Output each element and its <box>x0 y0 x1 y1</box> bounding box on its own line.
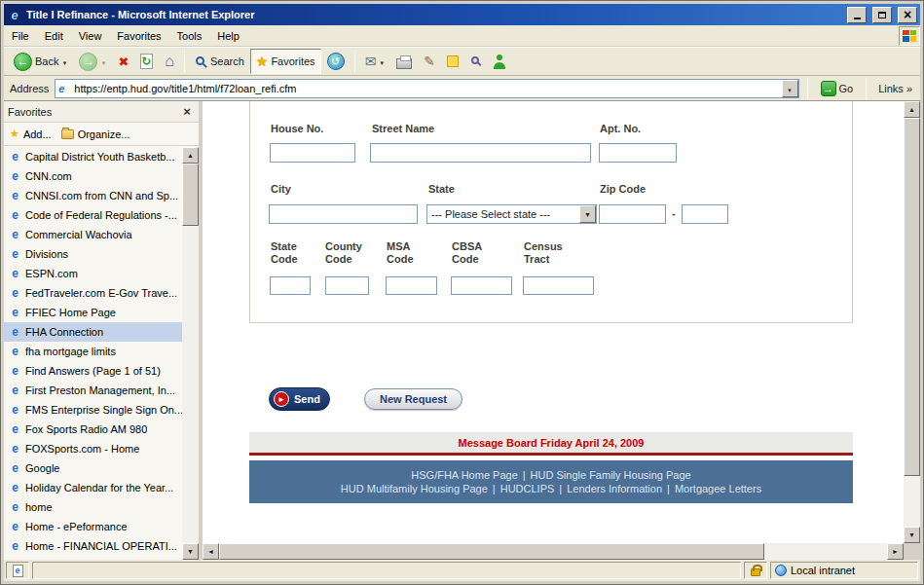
favorites-item[interactable]: FHA Connection <box>4 322 182 342</box>
footer-link[interactable]: HSG/FHA Home Page <box>411 469 517 481</box>
scroll-up-button[interactable]: ▲ <box>904 101 920 118</box>
favorites-item[interactable]: Home - FINANCIAL OPERATI... <box>4 536 182 556</box>
scroll-right-button[interactable]: ► <box>887 543 904 560</box>
zip-separator: - <box>672 207 676 219</box>
go-button[interactable]: Go <box>816 79 859 98</box>
favorites-close-button[interactable] <box>179 105 195 119</box>
footer-row: HUD Multifamily Housing Page | HUDCLIPS … <box>341 483 761 494</box>
apt-no-input[interactable] <box>599 143 677 163</box>
logo-quadrant <box>903 36 909 42</box>
address-dropdown-button[interactable] <box>782 80 798 97</box>
msa-code-input[interactable] <box>386 276 437 295</box>
favorites-item[interactable]: FMS Enterprise Single Sign On... <box>4 400 182 420</box>
address-input[interactable] <box>72 81 781 96</box>
favorites-item[interactable]: Capital District Youth Basketb... <box>4 147 182 166</box>
research-button[interactable] <box>464 49 488 74</box>
ie-page-icon <box>9 345 21 358</box>
scrollbar-thumb[interactable] <box>182 164 199 226</box>
favorites-item[interactable]: FOXSports.com - Home <box>4 439 182 458</box>
scrollbar-thumb[interactable] <box>904 118 920 476</box>
zip-plus4-input[interactable] <box>682 204 728 224</box>
favorites-item[interactable]: CNN.com <box>4 166 182 186</box>
footer-link[interactable]: HUD Single Family Housing Page <box>531 469 691 481</box>
discuss-button[interactable] <box>441 49 464 74</box>
forward-button[interactable] <box>73 49 112 74</box>
ie-page-icon <box>9 384 21 397</box>
street-name-input[interactable] <box>370 143 591 163</box>
favorites-item[interactable]: Home - ePeformance <box>4 517 182 536</box>
search-button[interactable]: Search <box>189 49 250 74</box>
print-button[interactable] <box>390 49 418 74</box>
chevron-down-icon <box>787 83 793 94</box>
home-button[interactable] <box>159 49 180 74</box>
footer-link[interactable]: Mortgagee Letters <box>675 483 761 494</box>
scroll-down-button[interactable]: ▼ <box>182 543 199 560</box>
menu-item[interactable]: Favorites <box>109 26 168 46</box>
census-tract-label: Census Tract <box>524 240 574 266</box>
add-favorite-button[interactable]: Add... <box>10 128 52 140</box>
footer-separator: | <box>559 483 562 494</box>
city-input[interactable] <box>269 204 418 224</box>
minimize-button[interactable] <box>847 7 867 23</box>
favorites-button[interactable]: Favorites <box>250 49 321 74</box>
favorites-item[interactable]: Fox Sports Radio AM 980 <box>4 420 182 439</box>
menu-item[interactable]: Help <box>209 26 247 46</box>
favorites-item[interactable]: Divisions <box>4 244 182 264</box>
message-board-link[interactable]: Message Board Friday April 24, 2009 <box>459 437 645 449</box>
history-button[interactable] <box>321 49 351 74</box>
stop-button[interactable] <box>112 49 134 74</box>
state-select[interactable]: --- Please Select state --- <box>426 204 597 224</box>
links-button[interactable]: Links » <box>874 81 916 96</box>
favorites-item[interactable]: fha mortgage limits <box>4 342 182 361</box>
zip-code-input[interactable] <box>599 204 666 224</box>
send-button[interactable]: Send <box>269 387 330 411</box>
links-chevron-icon: » <box>906 83 912 94</box>
messenger-button[interactable] <box>488 49 511 74</box>
house-no-input[interactable] <box>270 143 355 163</box>
favorites-item[interactable]: ESPN.com <box>4 264 182 283</box>
mail-button[interactable] <box>359 49 391 74</box>
back-button[interactable]: Back <box>8 49 73 74</box>
cbsa-code-input[interactable] <box>451 276 512 295</box>
new-request-button[interactable]: New Request <box>364 388 462 410</box>
favorites-item[interactable]: Code of Federal Regulations -... <box>4 205 182 225</box>
favorites-item[interactable]: home <box>4 497 182 517</box>
menu-item[interactable]: File <box>4 26 37 46</box>
favorites-scrollbar[interactable]: ▲ ▼ <box>182 147 199 560</box>
favorites-item[interactable]: Commercial Wachovia <box>4 225 182 244</box>
back-label: Back <box>35 55 58 67</box>
favorites-item[interactable]: FFIEC Home Page <box>4 303 182 322</box>
menu-item[interactable]: Tools <box>169 26 210 46</box>
edit-button[interactable] <box>418 49 441 74</box>
scroll-down-button[interactable]: ▼ <box>904 527 920 543</box>
horizontal-scrollbar[interactable]: ◄ ► <box>203 543 904 560</box>
refresh-button[interactable] <box>134 49 159 74</box>
vertical-scrollbar[interactable]: ▲ ▼ <box>904 101 920 543</box>
address-form: House No. Street Name Apt. No. City Stat… <box>249 101 853 323</box>
scroll-up-button[interactable]: ▲ <box>182 147 199 164</box>
document-icon <box>13 565 23 577</box>
favorites-item[interactable]: Google <box>4 458 182 478</box>
favorites-item[interactable]: CNNSI.com from CNN and Sp... <box>4 186 182 205</box>
footer-row: HSG/FHA Home Page | HUD Single Family Ho… <box>411 469 690 481</box>
menu-item[interactable]: Edit <box>37 26 71 46</box>
county-code-input[interactable] <box>325 276 369 295</box>
scroll-left-button[interactable]: ◄ <box>203 543 219 560</box>
favorites-star-icon <box>256 54 269 69</box>
favorites-item[interactable]: Holiday Calendar for the Year... <box>4 478 182 497</box>
census-tract-input[interactable] <box>523 276 594 295</box>
footer-link[interactable]: Lenders Information <box>567 483 662 494</box>
close-button[interactable] <box>898 7 917 23</box>
favorites-item[interactable]: FedTraveler.com E-Gov Trave... <box>4 283 182 303</box>
favorites-item[interactable]: Find Answers (Page 1 of 51) <box>4 361 182 381</box>
state-code-input[interactable] <box>270 276 311 295</box>
menu-item[interactable]: View <box>71 26 110 46</box>
scrollbar-thumb[interactable] <box>219 543 764 560</box>
maximize-button[interactable] <box>872 7 892 23</box>
chevron-down-icon[interactable] <box>579 205 596 223</box>
toolbar-separator <box>184 51 185 72</box>
organize-favorites-button[interactable]: Organize... <box>61 128 130 140</box>
footer-link[interactable]: HUD Multifamily Housing Page <box>341 483 488 494</box>
favorites-item[interactable]: First Preston Management, In... <box>4 381 182 400</box>
footer-link[interactable]: HUDCLIPS <box>500 483 555 494</box>
